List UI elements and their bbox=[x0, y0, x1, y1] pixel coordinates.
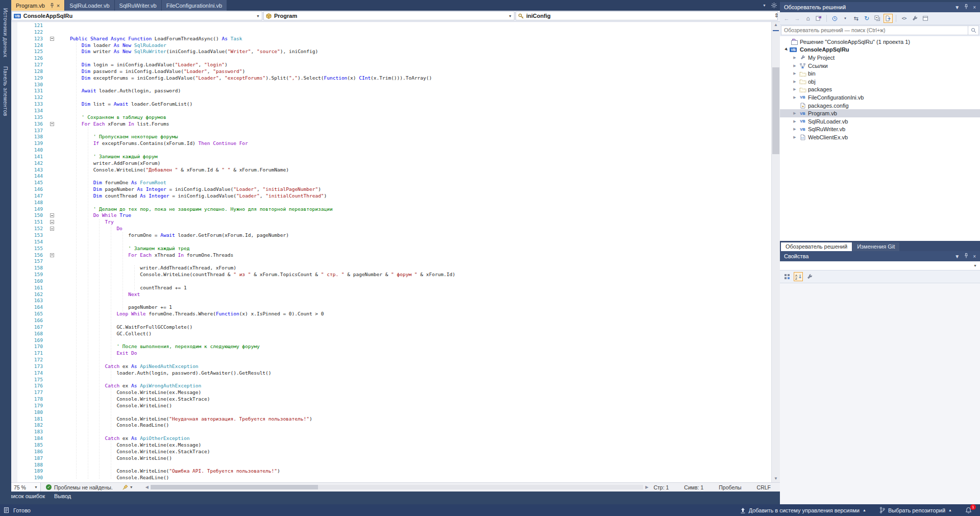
code-line[interactable]: 158 writer.AddThread(xThread, xForum) bbox=[17, 265, 771, 272]
code-line[interactable]: 186 Console.WriteLine(ex.StackTrace) bbox=[17, 449, 771, 455]
properties-title-bar[interactable]: Свойства ▼ × bbox=[780, 251, 980, 261]
window-menu-icon[interactable]: ▼ bbox=[954, 5, 960, 10]
code-line[interactable]: 155 ' Запишем каждый тред bbox=[17, 245, 771, 252]
alphabetical-icon[interactable]: AZ bbox=[794, 272, 803, 281]
caret-column-indicator[interactable]: Симв: 1 bbox=[684, 484, 703, 490]
categorized-icon[interactable] bbox=[782, 272, 792, 281]
code-line[interactable]: 176 Catch ex As ApiWrongAuthException bbox=[17, 383, 771, 389]
code-line[interactable]: 142 writer.AddForum(xForum) bbox=[17, 160, 771, 167]
code-cleanup-button[interactable]: ▼ bbox=[118, 484, 137, 490]
code-line[interactable]: 146 Dim pageNumber As Integer = iniConfi… bbox=[17, 186, 771, 193]
code-line[interactable]: 164 pageNumber += 1 bbox=[17, 304, 771, 311]
scroll-down-icon[interactable]: ▼ bbox=[772, 475, 780, 482]
expand-arrow-icon[interactable]: ▶ bbox=[791, 111, 798, 115]
expand-arrow-icon[interactable]: ▶ bbox=[791, 71, 798, 76]
tree-item[interactable]: ▶VBConsoleAppSqlRu bbox=[780, 46, 980, 54]
code-line[interactable]: 151 Try bbox=[17, 219, 771, 226]
code-line[interactable]: 144 bbox=[17, 173, 771, 180]
forward-icon[interactable]: → bbox=[793, 14, 802, 23]
tree-item[interactable]: ▶VBSqlRuLoader.vb bbox=[780, 117, 980, 126]
view-code-icon[interactable]: <> bbox=[899, 14, 909, 23]
collapse-arrow-icon[interactable]: ▶ bbox=[782, 46, 791, 54]
code-line[interactable]: 129 Dim exceptForums = iniConfig.LoadVal… bbox=[17, 75, 771, 82]
code-line[interactable]: 130 bbox=[17, 82, 771, 88]
code-line[interactable]: 132 bbox=[17, 94, 771, 101]
tab-list-chevron-icon[interactable]: ▼ bbox=[763, 4, 766, 7]
code-line[interactable]: 131 Await loader.Auth(login, password) bbox=[17, 88, 771, 94]
tree-item[interactable]: ▶Ссылки bbox=[780, 62, 980, 70]
code-line[interactable]: 174 loader.Auth(login, password).GetAwai… bbox=[17, 370, 771, 377]
tree-item[interactable]: packages.config bbox=[780, 102, 980, 110]
code-line[interactable]: 134 bbox=[17, 108, 771, 114]
code-line[interactable]: 141 ' Запишем каждый форум bbox=[17, 154, 771, 160]
code-line[interactable]: 184 Catch ex As ApiOtherException bbox=[17, 435, 771, 442]
sidebar-dock-tab[interactable]: Источники данных bbox=[3, 8, 9, 57]
collapse-all-icon[interactable] bbox=[873, 14, 882, 23]
back-icon[interactable]: ← bbox=[782, 14, 791, 23]
document-tab[interactable]: SqlRuWriter.vb bbox=[115, 0, 161, 11]
document-tab[interactable]: SqlRuLoader.vb bbox=[65, 0, 114, 11]
code-line[interactable]: 183 bbox=[17, 429, 771, 435]
scroll-left-icon[interactable]: ◀ bbox=[145, 485, 149, 489]
code-line[interactable]: 166 bbox=[17, 317, 771, 324]
close-icon[interactable]: × bbox=[57, 3, 60, 9]
expand-arrow-icon[interactable]: ▶ bbox=[791, 64, 798, 68]
split-window-icon[interactable]: ⇕ bbox=[774, 12, 779, 19]
add-to-source-control-button[interactable]: Добавить в систему управления версиями ▲ bbox=[740, 507, 866, 513]
search-input[interactable] bbox=[781, 26, 968, 35]
editor-horizontal-scrollbar[interactable]: ◀ ▶ bbox=[145, 485, 649, 489]
code-line[interactable]: 152 Do bbox=[17, 226, 771, 232]
fold-margin[interactable] bbox=[49, 212, 58, 219]
code-line[interactable]: 139 If exceptForums.Contains(xForum.Id) … bbox=[17, 140, 771, 147]
tree-item[interactable]: ▶My Project bbox=[780, 54, 980, 62]
code-line[interactable]: 163 bbox=[17, 298, 771, 304]
fold-collapse-icon[interactable] bbox=[50, 227, 54, 231]
gear-icon[interactable] bbox=[771, 3, 777, 8]
tree-item[interactable]: ▶packages bbox=[780, 86, 980, 94]
code-line[interactable]: 159 Console.WriteLine(countThread & " из… bbox=[17, 272, 771, 278]
code-line[interactable]: 188 bbox=[17, 462, 771, 469]
properties-wrench-icon[interactable] bbox=[910, 14, 919, 23]
zoom-dropdown[interactable]: 75 % ▼ bbox=[11, 483, 41, 492]
code-line[interactable]: 128 Dim password = iniConfig.LoadValue("… bbox=[17, 68, 771, 75]
line-endings-indicator[interactable]: CRLF bbox=[757, 484, 771, 490]
tree-item[interactable]: ▶VBProgram.vb bbox=[780, 109, 980, 117]
tree-item[interactable]: ▶WebClientEx.vb bbox=[780, 133, 980, 141]
code-line[interactable]: 148 bbox=[17, 200, 771, 206]
tree-item[interactable]: ▶VBSqlRuWriter.vb bbox=[780, 126, 980, 134]
close-icon[interactable]: × bbox=[973, 254, 976, 259]
code-line[interactable]: 177 Console.WriteLine(ex.Message) bbox=[17, 389, 771, 396]
code-line[interactable]: 153 forumOne = Await loader.GetForum(xFo… bbox=[17, 232, 771, 239]
code-line[interactable]: 147 Dim countThread As Integer = iniConf… bbox=[17, 193, 771, 200]
code-line[interactable]: 171 Exit Do bbox=[17, 350, 771, 357]
pin-icon[interactable] bbox=[50, 3, 54, 8]
notifications-button[interactable]: 1 bbox=[965, 507, 972, 514]
tree-item[interactable]: ▶VBFileConfigurationIni.vb bbox=[780, 93, 980, 102]
fold-margin[interactable] bbox=[49, 226, 58, 232]
code-line[interactable]: 135 ' Сохраняем в таблицу форумов bbox=[17, 114, 771, 121]
code-line[interactable]: 185 Console.WriteLine(ex.Message) bbox=[17, 442, 771, 449]
show-all-files-icon[interactable] bbox=[884, 14, 893, 23]
document-tab[interactable]: Program.vb× bbox=[11, 0, 64, 11]
code-line[interactable]: 133 Dim list = Await loader.GetForumList… bbox=[17, 101, 771, 108]
switch-views-icon[interactable] bbox=[814, 14, 823, 23]
code-editor[interactable]: 121122123 Public Shared Async Function L… bbox=[11, 21, 780, 482]
code-line[interactable]: 169 bbox=[17, 337, 771, 344]
background-tasks-icon[interactable] bbox=[4, 507, 9, 513]
scrollbar-thumb[interactable] bbox=[772, 67, 779, 154]
indentation-indicator[interactable]: Пробелы bbox=[719, 484, 741, 490]
code-line[interactable]: 181 Console.WriteLine("Неудачная авториз… bbox=[17, 416, 771, 423]
code-line[interactable]: 179 Console.WriteLine() bbox=[17, 403, 771, 409]
code-line[interactable]: 170 ' После выполнения, переходим к след… bbox=[17, 343, 771, 350]
code-line[interactable]: 161 countThread += 1 bbox=[17, 285, 771, 291]
tool-window-tab[interactable]: Обозреватель решений bbox=[781, 242, 852, 251]
code-line[interactable]: 178 Console.WriteLine(ex.StackTrace) bbox=[17, 396, 771, 403]
code-line[interactable]: 145 Dim forumOne As ForumRoot bbox=[17, 180, 771, 186]
fold-margin[interactable] bbox=[49, 121, 58, 128]
scrollbar-thumb[interactable] bbox=[151, 485, 318, 489]
fold-collapse-icon[interactable] bbox=[50, 220, 54, 224]
fold-collapse-icon[interactable] bbox=[50, 213, 54, 217]
code-line[interactable]: 124 Dim loader As New SqlRuLoader bbox=[17, 42, 771, 49]
sync-active-document-icon[interactable]: ⇆ bbox=[851, 14, 861, 23]
tree-item[interactable]: ▶bin bbox=[780, 69, 980, 78]
